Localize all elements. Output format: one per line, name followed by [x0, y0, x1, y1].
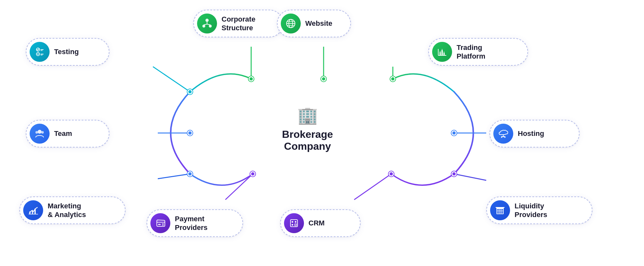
dot-marketing	[187, 171, 193, 176]
website-label: Website	[305, 19, 332, 28]
svg-line-10	[158, 174, 190, 179]
svg-line-9	[225, 174, 253, 200]
svg-point-60	[292, 221, 293, 223]
node-website[interactable]: Website	[277, 10, 351, 37]
trading-platform-label: TradingPlatform	[457, 43, 485, 61]
dot-team	[187, 130, 193, 136]
svg-point-44	[504, 137, 506, 138]
svg-point-14	[209, 25, 212, 28]
center-node: 🏢 Brokerage Company	[261, 106, 354, 151]
svg-rect-33	[441, 50, 443, 55]
corporate-structure-icon	[197, 14, 217, 33]
svg-point-62	[292, 224, 293, 226]
svg-rect-46	[32, 210, 33, 214]
svg-rect-47	[34, 209, 36, 214]
dot-liquidity	[451, 171, 457, 176]
svg-line-2	[153, 67, 190, 92]
svg-rect-50	[497, 209, 503, 214]
dot-payment	[250, 171, 255, 176]
svg-point-61	[295, 221, 297, 223]
node-crm[interactable]: CRM	[280, 209, 361, 237]
svg-point-12	[205, 19, 209, 22]
center-icon: 🏢	[297, 106, 318, 125]
center-label: Brokerage Company	[261, 128, 354, 152]
testing-label: Testing	[54, 47, 79, 56]
svg-point-39	[35, 131, 38, 134]
node-marketing-analytics[interactable]: Marketing& Analytics	[19, 196, 126, 224]
team-label: Team	[54, 129, 72, 138]
hosting-icon	[493, 124, 513, 144]
svg-line-16	[204, 24, 207, 25]
dot-website	[321, 76, 326, 81]
marketing-analytics-label: Marketing& Analytics	[48, 202, 86, 219]
svg-point-43	[501, 137, 502, 138]
svg-rect-32	[440, 52, 441, 55]
marketing-analytics-icon	[23, 200, 43, 220]
dot-trading	[390, 76, 395, 81]
node-payment-providers[interactable]: PaymentProviders	[147, 209, 243, 237]
svg-point-38	[38, 130, 42, 134]
svg-rect-56	[158, 224, 161, 225]
node-trading-platform[interactable]: TradingPlatform	[428, 38, 528, 66]
dot-corporate	[249, 76, 254, 81]
crm-icon	[284, 213, 304, 233]
node-corporate-structure[interactable]: CorporateStructure	[193, 10, 283, 37]
dot-crm	[389, 171, 394, 176]
svg-line-8	[354, 174, 391, 200]
testing-icon	[30, 42, 50, 62]
svg-line-7	[454, 174, 486, 180]
svg-rect-45	[29, 211, 31, 214]
hosting-label: Hosting	[518, 129, 544, 138]
node-liquidity-providers[interactable]: LiquidityProviders	[486, 196, 592, 224]
team-icon	[30, 124, 50, 144]
trading-platform-icon	[432, 42, 452, 62]
payment-providers-label: PaymentProviders	[175, 214, 208, 232]
node-hosting[interactable]: Hosting	[489, 120, 580, 147]
liquidity-providers-icon	[490, 200, 510, 220]
svg-line-17	[207, 24, 210, 25]
svg-rect-34	[443, 53, 445, 55]
crm-label: CRM	[308, 219, 325, 228]
svg-point-13	[203, 25, 205, 28]
liquidity-providers-label: LiquidityProviders	[515, 202, 547, 219]
node-team[interactable]: Team	[26, 120, 109, 147]
diagram-container: 🏢 Brokerage Company CorporateStructure	[0, 0, 644, 266]
dot-testing	[187, 89, 193, 94]
corporate-structure-label: CorporateStructure	[222, 15, 255, 33]
payment-providers-icon	[150, 213, 170, 233]
svg-point-40	[41, 131, 44, 134]
website-icon	[281, 14, 301, 33]
dot-hosting	[451, 130, 457, 136]
node-testing[interactable]: Testing	[26, 38, 109, 66]
